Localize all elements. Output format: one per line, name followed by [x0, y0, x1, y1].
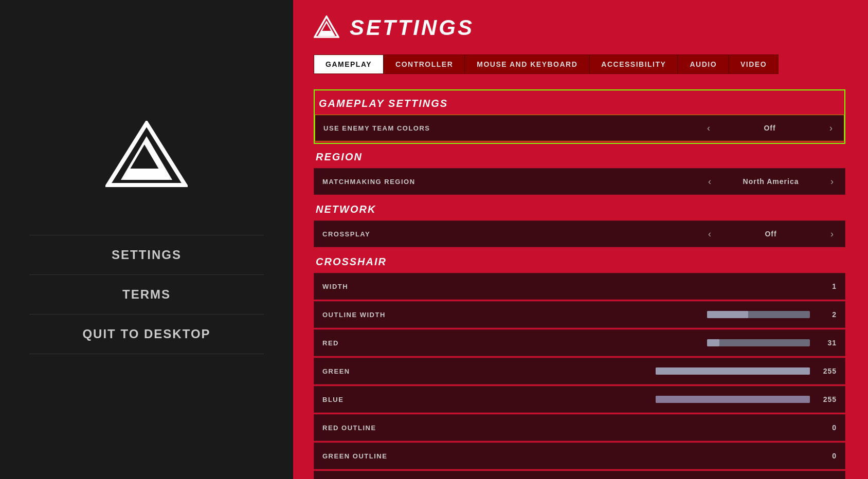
- sidebar-divider-bot: [29, 314, 264, 315]
- arrow-left-enemy-team-colors[interactable]: ‹: [704, 123, 713, 134]
- setting-control-enemy-team-colors: ‹ Off ›: [671, 123, 836, 134]
- header-logo-icon: [314, 15, 339, 40]
- setting-label-green: GREEN: [322, 367, 656, 375]
- sidebar-divider-end: [29, 354, 264, 354]
- setting-label-red: RED: [322, 339, 672, 347]
- tab-video[interactable]: VIDEO: [729, 54, 779, 74]
- tab-gameplay[interactable]: GAMEPLAY: [314, 54, 384, 74]
- setting-control-outline-width: 2: [672, 310, 837, 319]
- setting-value-width: 1: [672, 282, 837, 290]
- section-gameplay: GAMEPLAY SETTINGS USE ENEMY TEAM COLORS …: [314, 89, 845, 144]
- slider-track-outline-width[interactable]: [707, 311, 810, 318]
- setting-value-green: 255: [816, 367, 837, 375]
- slider-track-red[interactable]: [707, 339, 810, 346]
- header: SETTINGS: [314, 15, 847, 40]
- tabs-bar: GAMEPLAY CONTROLLER MOUSE AND KEYBOARD A…: [314, 54, 847, 74]
- setting-control-red: 31: [672, 339, 837, 347]
- setting-value-red: 31: [816, 339, 837, 347]
- settings-scrollable[interactable]: GAMEPLAY SETTINGS USE ENEMY TEAM COLORS …: [314, 89, 847, 479]
- arrow-right-matchmaking-region[interactable]: ›: [827, 176, 837, 187]
- arrow-left-matchmaking-region[interactable]: ‹: [705, 176, 714, 187]
- setting-label-blue: BLUE: [322, 396, 656, 403]
- setting-label-matchmaking-region: MATCHMAKING REGION: [322, 178, 672, 186]
- sidebar-divider-mid: [29, 274, 264, 275]
- setting-value-crossplay: Off: [719, 230, 822, 238]
- section-network-header: NETWORK: [314, 196, 845, 220]
- slider-track-blue[interactable]: [656, 396, 810, 403]
- setting-row-matchmaking-region: MATCHMAKING REGION ‹ North America ›: [314, 168, 845, 195]
- setting-row-green: GREEN 255: [314, 358, 845, 384]
- section-gameplay-header: GAMEPLAY SETTINGS: [315, 90, 844, 115]
- section-crosshair-header: CROSSHAIR: [314, 249, 845, 273]
- setting-label-width: WIDTH: [322, 283, 672, 290]
- setting-row-red-outline: RED OUTLINE 0: [314, 414, 845, 441]
- tab-audio[interactable]: AUDIO: [678, 54, 729, 74]
- section-region-header: REGION: [314, 144, 845, 168]
- setting-label-red-outline: RED OUTLINE: [322, 424, 672, 432]
- arrow-right-enemy-team-colors[interactable]: ›: [826, 123, 836, 134]
- setting-value-enemy-team-colors: Off: [718, 124, 821, 132]
- sidebar-item-terms[interactable]: TERMS: [0, 279, 293, 310]
- setting-value-green-outline: 0: [672, 452, 837, 460]
- tab-controller[interactable]: CONTROLLER: [384, 54, 465, 74]
- setting-value-red-outline: 0: [672, 423, 837, 432]
- page-title: SETTINGS: [350, 15, 474, 40]
- apex-logo-icon: [105, 121, 188, 188]
- sidebar-item-settings[interactable]: SETTINGS: [0, 240, 293, 270]
- slider-track-green[interactable]: [656, 367, 810, 375]
- arrow-left-crossplay[interactable]: ‹: [705, 229, 714, 240]
- setting-row-blue: BLUE 255: [314, 386, 845, 413]
- tab-mouse-keyboard[interactable]: MOUSE AND KEYBOARD: [465, 54, 589, 74]
- settings-scroll-container: GAMEPLAY SETTINGS USE ENEMY TEAM COLORS …: [314, 89, 847, 479]
- sidebar-nav: SETTINGS TERMS QUIT TO DESKTOP: [0, 231, 293, 358]
- sidebar-divider-top: [29, 235, 264, 235]
- setting-label-crossplay: CROSSPLAY: [322, 230, 672, 238]
- setting-row-red: RED 31: [314, 329, 845, 356]
- setting-control-matchmaking-region: ‹ North America ›: [672, 176, 837, 187]
- setting-value-outline-width: 2: [816, 310, 837, 319]
- slider-fill-outline-width: [707, 311, 748, 318]
- setting-row-width: WIDTH 1: [314, 273, 845, 300]
- slider-fill-blue: [656, 396, 810, 403]
- setting-control-green: 255: [656, 367, 837, 375]
- main-content: SETTINGS GAMEPLAY CONTROLLER MOUSE AND K…: [293, 0, 868, 479]
- section-region: REGION MATCHMAKING REGION ‹ North Americ…: [314, 144, 845, 195]
- setting-label-green-outline: GREEN OUTLINE: [322, 452, 672, 460]
- setting-row-green-outline: GREEN OUTLINE 0: [314, 443, 845, 469]
- setting-row-crossplay: CROSSPLAY ‹ Off ›: [314, 220, 845, 247]
- setting-control-crossplay: ‹ Off ›: [672, 229, 837, 240]
- setting-label-enemy-team-colors: USE ENEMY TEAM COLORS: [323, 124, 671, 132]
- setting-row-blue-outline: BLUE OUTLINE 0: [314, 471, 845, 479]
- setting-value-blue: 255: [816, 395, 837, 403]
- section-network: NETWORK CROSSPLAY ‹ Off ›: [314, 196, 845, 247]
- section-crosshair: CROSSHAIR WIDTH 1 OUTLINE WIDTH 2: [314, 249, 845, 479]
- sidebar: SETTINGS TERMS QUIT TO DESKTOP: [0, 0, 293, 479]
- setting-row-outline-width: OUTLINE WIDTH 2: [314, 301, 845, 328]
- sidebar-logo: [105, 121, 188, 190]
- setting-row-enemy-team-colors: USE ENEMY TEAM COLORS ‹ Off ›: [315, 115, 844, 141]
- slider-fill-green: [656, 367, 810, 375]
- setting-label-outline-width: OUTLINE WIDTH: [322, 311, 672, 319]
- tab-accessibility[interactable]: ACCESSIBILITY: [589, 54, 678, 74]
- setting-value-matchmaking-region: North America: [719, 177, 822, 186]
- sidebar-item-quit[interactable]: QUIT TO DESKTOP: [0, 319, 293, 349]
- arrow-right-crossplay[interactable]: ›: [827, 229, 837, 240]
- slider-fill-red: [707, 339, 719, 346]
- setting-control-blue: 255: [656, 395, 837, 403]
